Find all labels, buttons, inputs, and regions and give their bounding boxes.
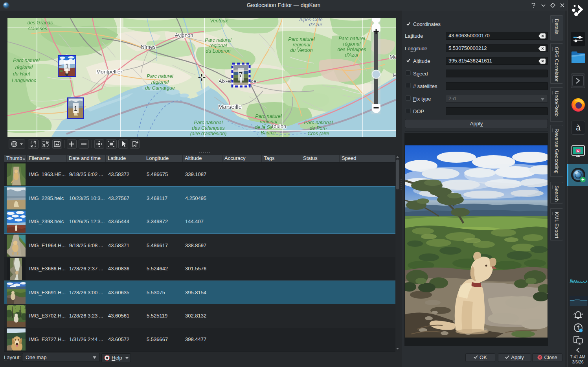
svg-text:du Luberon: du Luberon (206, 48, 230, 54)
svg-text:Mor: Mor (390, 54, 396, 60)
svg-text:Parc naturel: Parc naturel (255, 114, 282, 119)
svg-text:Baume: Baume (261, 130, 276, 136)
svg-text:1: 1 (74, 105, 77, 112)
svg-text:régional: régional (293, 42, 311, 48)
svg-text:Parc naturel: Parc naturel (13, 58, 40, 63)
svg-text:Nîmes: Nîmes (141, 44, 156, 50)
svg-text:des Grands: des Grands (28, 20, 53, 26)
svg-text:Parc naturel: Parc naturel (338, 36, 366, 41)
svg-text:d'Azur: d'Azur (309, 22, 323, 28)
svg-text:Avignon: Avignon (175, 32, 193, 38)
svg-text:régional: régional (343, 41, 361, 47)
svg-text:M: M (393, 72, 396, 78)
svg-text:de Port-: de Port- (310, 125, 327, 131)
svg-text:Causses: Causses (28, 26, 48, 31)
svg-text:Ventoux: Ventoux (210, 18, 228, 24)
svg-text:des Calanques: des Calanques (192, 125, 224, 131)
svg-text:Marseille: Marseille (218, 103, 242, 110)
svg-text:7: 7 (239, 71, 243, 79)
svg-text:Cros (aire: Cros (aire (308, 131, 329, 136)
svg-text:Parc naturel: Parc naturel (205, 37, 232, 43)
svg-text:régional: régional (209, 43, 228, 48)
svg-text:d'Azur: d'Azur (345, 52, 359, 58)
svg-text:Parc naturel: Parc naturel (288, 37, 315, 42)
svg-text:Toulon: Toulon (271, 123, 286, 129)
svg-text:de Camargue: de Camargue (145, 85, 175, 91)
svg-text:Parc national: Parc national (194, 120, 223, 125)
svg-text:1: 1 (65, 62, 69, 70)
svg-text:des Préalpes: des Préalpes (338, 47, 366, 52)
svg-text:Parc naturel: Parc naturel (147, 73, 174, 79)
svg-text:du Haut-: du Haut- (13, 71, 32, 77)
svg-text:Languedoc: Languedoc (12, 78, 37, 83)
svg-text:régional: régional (151, 79, 169, 85)
svg-text:(aire d'adhésion): (aire d'adhésion) (190, 131, 227, 136)
svg-text:Parc national: Parc national (304, 120, 333, 125)
svg-text:régional: régional (15, 64, 33, 70)
svg-text:Montpellier: Montpellier (96, 69, 123, 75)
svg-text:du Verdon: du Verdon (290, 48, 312, 53)
